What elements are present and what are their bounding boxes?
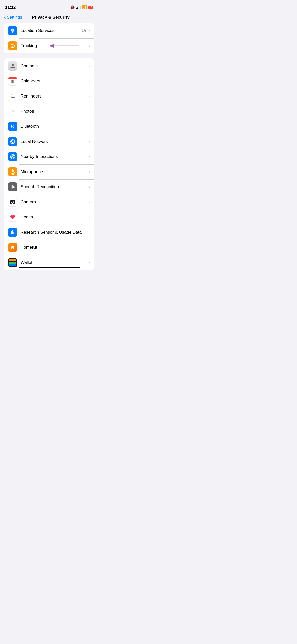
svg-rect-5 bbox=[12, 96, 15, 96]
bluetooth-chevron: › bbox=[89, 124, 90, 129]
research-chevron: › bbox=[89, 230, 90, 235]
camera-row[interactable]: Camera › bbox=[4, 195, 94, 210]
health-label: Health bbox=[21, 215, 89, 220]
local-network-chevron: › bbox=[89, 139, 90, 144]
homekit-icon bbox=[8, 243, 17, 252]
wallet-chevron: › bbox=[89, 260, 90, 265]
research-label: Research Sensor & Usage Data bbox=[21, 230, 89, 235]
contacts-label: Contacts bbox=[21, 63, 89, 69]
photos-row[interactable]: Photos › bbox=[4, 104, 94, 119]
tracking-label: Tracking bbox=[21, 43, 89, 48]
svg-point-2 bbox=[11, 96, 12, 97]
permissions-section: Contacts › Calendars › Remin bbox=[4, 58, 94, 270]
camera-icon bbox=[8, 198, 17, 207]
svg-rect-6 bbox=[12, 97, 15, 98]
microphone-row[interactable]: Microphone › bbox=[4, 164, 94, 179]
location-services-label: Location Services bbox=[21, 28, 82, 33]
svg-rect-24 bbox=[14, 186, 15, 188]
status-bar: 11:12 🔕 📶 16 bbox=[0, 0, 98, 13]
battery-indicator: 16 bbox=[88, 6, 93, 9]
calendars-chevron: › bbox=[89, 79, 90, 83]
wallet-icon bbox=[8, 258, 17, 267]
svg-rect-4 bbox=[12, 95, 15, 95]
nearby-interactions-row[interactable]: Nearby Interactions › bbox=[4, 149, 94, 164]
local-network-row[interactable]: Local Network › bbox=[4, 134, 94, 149]
svg-rect-21 bbox=[12, 186, 12, 188]
research-row[interactable]: Research Sensor & Usage Data › bbox=[4, 225, 94, 240]
reminders-row[interactable]: Reminders › bbox=[4, 89, 94, 104]
camera-chevron: › bbox=[89, 200, 90, 204]
back-button[interactable]: ‹ Settings bbox=[4, 15, 22, 20]
photos-icon bbox=[8, 107, 17, 116]
svg-point-13 bbox=[12, 111, 13, 112]
local-network-label: Local Network bbox=[21, 139, 89, 144]
bluetooth-icon bbox=[8, 122, 17, 131]
homekit-label: HomeKit bbox=[21, 245, 89, 250]
svg-rect-23 bbox=[13, 186, 14, 188]
local-network-icon bbox=[8, 137, 17, 146]
wallet-row[interactable]: Wallet › bbox=[4, 255, 94, 270]
microphone-icon bbox=[8, 167, 17, 176]
homekit-row[interactable]: HomeKit › bbox=[4, 240, 94, 255]
photos-label: Photos bbox=[21, 109, 89, 114]
calendars-label: Calendars bbox=[21, 79, 89, 84]
back-chevron-icon: ‹ bbox=[4, 14, 6, 20]
location-services-row[interactable]: Location Services On › bbox=[4, 23, 94, 38]
calendars-row[interactable]: Calendars › bbox=[4, 74, 94, 89]
wifi-icon: 📶 bbox=[82, 5, 87, 10]
signal-bars bbox=[76, 6, 81, 9]
health-chevron: › bbox=[89, 215, 90, 219]
page-title: Privacy & Security bbox=[22, 15, 79, 20]
nearby-interactions-chevron: › bbox=[89, 154, 90, 159]
top-section: Location Services On › Tracking › bbox=[4, 23, 94, 53]
speech-recognition-chevron: › bbox=[89, 185, 90, 189]
reminders-chevron: › bbox=[89, 94, 90, 99]
health-icon bbox=[8, 213, 17, 222]
svg-point-1 bbox=[11, 94, 12, 95]
reminders-icon bbox=[8, 92, 17, 101]
status-time: 11:12 bbox=[5, 5, 16, 10]
location-services-chevron: › bbox=[89, 28, 90, 33]
bluetooth-label: Bluetooth bbox=[21, 124, 89, 129]
wallet-underline-annotation bbox=[19, 267, 80, 268]
contacts-chevron: › bbox=[89, 64, 90, 68]
reminders-label: Reminders bbox=[21, 94, 89, 99]
nav-bar: ‹ Settings Privacy & Security bbox=[0, 13, 98, 23]
tracking-icon bbox=[8, 41, 17, 50]
calendars-icon bbox=[8, 77, 17, 86]
mute-icon: 🔕 bbox=[70, 5, 75, 9]
microphone-label: Microphone bbox=[21, 169, 89, 174]
nearby-interactions-icon bbox=[8, 152, 17, 161]
camera-label: Camera bbox=[21, 200, 89, 205]
wallet-label: Wallet bbox=[21, 260, 89, 265]
speech-recognition-label: Speech Recognition bbox=[21, 184, 89, 189]
photos-chevron: › bbox=[89, 109, 90, 114]
location-services-value: On bbox=[82, 28, 87, 33]
back-label: Settings bbox=[7, 15, 22, 20]
health-row[interactable]: Health › bbox=[4, 210, 94, 225]
research-icon bbox=[8, 228, 17, 237]
microphone-chevron: › bbox=[89, 170, 90, 174]
nearby-interactions-label: Nearby Interactions bbox=[21, 154, 89, 159]
svg-rect-20 bbox=[11, 186, 11, 188]
tracking-row[interactable]: Tracking › bbox=[4, 38, 94, 53]
speech-recognition-row[interactable]: Speech Recognition › bbox=[4, 179, 94, 195]
contacts-icon bbox=[8, 61, 17, 71]
svg-rect-17 bbox=[12, 169, 14, 172]
svg-point-14 bbox=[12, 156, 13, 157]
location-services-icon bbox=[8, 26, 17, 35]
homekit-chevron: › bbox=[89, 245, 90, 250]
speech-recognition-icon bbox=[8, 182, 17, 191]
svg-rect-22 bbox=[12, 185, 13, 188]
tracking-chevron: › bbox=[89, 44, 90, 48]
status-icons: 🔕 📶 16 bbox=[70, 5, 93, 10]
contacts-row[interactable]: Contacts › bbox=[4, 58, 94, 74]
svg-point-3 bbox=[11, 97, 12, 98]
bluetooth-row[interactable]: Bluetooth › bbox=[4, 119, 94, 134]
